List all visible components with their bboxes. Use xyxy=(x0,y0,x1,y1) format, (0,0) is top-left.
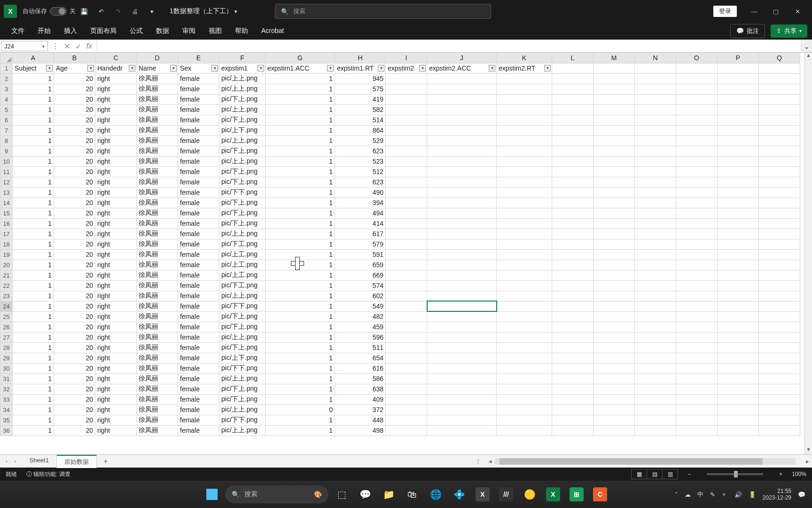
cell-G30[interactable]: 1 xyxy=(265,363,335,373)
col-head-I[interactable]: I xyxy=(386,53,427,63)
cell-G31[interactable]: 1 xyxy=(265,373,335,384)
cell-N30[interactable] xyxy=(635,363,676,373)
col-head-P[interactable]: P xyxy=(718,53,759,63)
cell-H31[interactable]: 586 xyxy=(335,373,386,384)
enter-icon[interactable]: ✓ xyxy=(74,42,82,51)
cell-Q30[interactable] xyxy=(759,363,800,373)
cell-G19[interactable]: 1 xyxy=(265,249,335,260)
cell-F3[interactable]: pic/上上.png xyxy=(219,84,265,94)
cell-N27[interactable] xyxy=(635,332,676,342)
cell-O17[interactable] xyxy=(676,229,718,239)
header-cell-P[interactable] xyxy=(718,63,759,73)
cell-F19[interactable]: pic/上工.png xyxy=(219,249,265,260)
cell-D11[interactable]: 徐凤丽 xyxy=(137,167,178,177)
row-head-17[interactable]: 17 xyxy=(0,229,13,239)
cell-Q8[interactable] xyxy=(759,135,800,146)
cell-G4[interactable]: 1 xyxy=(265,94,335,104)
vertical-scrollbar[interactable]: ▲ ▼ xyxy=(804,53,812,454)
cell-I12[interactable] xyxy=(386,177,427,187)
share-button[interactable]: ⇪ 共享 ▾ xyxy=(771,24,807,38)
cell-O21[interactable] xyxy=(676,270,718,280)
cell-Q10[interactable] xyxy=(759,156,800,167)
cell-E15[interactable]: female xyxy=(178,208,219,218)
cell-G23[interactable]: 1 xyxy=(265,291,335,301)
cell-A35[interactable]: 1 xyxy=(13,415,54,425)
cell-N14[interactable] xyxy=(635,198,676,208)
cell-Q32[interactable] xyxy=(759,384,800,394)
row-head-16[interactable]: 16 xyxy=(0,218,13,229)
cell-D29[interactable]: 徐凤丽 xyxy=(137,353,178,363)
cell-G35[interactable]: 1 xyxy=(265,415,335,425)
cell-H15[interactable]: 494 xyxy=(335,208,386,218)
cell-G25[interactable]: 1 xyxy=(265,311,335,322)
cell-B4[interactable]: 20 xyxy=(54,94,95,104)
fx-icon[interactable]: fx xyxy=(86,42,93,50)
cell-A28[interactable]: 1 xyxy=(13,342,54,353)
cell-A13[interactable]: 1 xyxy=(13,187,54,198)
cell-F11[interactable]: pic/下上.png xyxy=(219,167,265,177)
cell-L14[interactable] xyxy=(552,198,593,208)
cell-A7[interactable]: 1 xyxy=(13,125,54,135)
cell-P4[interactable] xyxy=(718,94,759,104)
edge-icon[interactable]: 🌐 xyxy=(425,484,446,505)
cell-E8[interactable]: female xyxy=(178,135,219,146)
cell-G3[interactable]: 1 xyxy=(265,84,335,94)
cell-C4[interactable]: right xyxy=(95,94,137,104)
cell-G10[interactable]: 1 xyxy=(265,156,335,167)
cell-D4[interactable]: 徐凤丽 xyxy=(137,94,178,104)
cell-E36[interactable]: female xyxy=(178,425,219,436)
cell-K5[interactable] xyxy=(497,104,552,115)
cell-I30[interactable] xyxy=(386,363,427,373)
cell-D7[interactable]: 徐凤丽 xyxy=(137,125,178,135)
cell-K11[interactable] xyxy=(497,167,552,177)
cell-Q21[interactable] xyxy=(759,270,800,280)
cell-L12[interactable] xyxy=(552,177,593,187)
cell-Q6[interactable] xyxy=(759,115,800,125)
cell-J3[interactable] xyxy=(427,84,497,94)
cell-N13[interactable] xyxy=(635,187,676,198)
row-head-27[interactable]: 27 xyxy=(0,332,13,342)
cell-B3[interactable]: 20 xyxy=(54,84,95,94)
cell-K18[interactable] xyxy=(497,239,552,249)
cell-B15[interactable]: 20 xyxy=(54,208,95,218)
cell-K27[interactable] xyxy=(497,332,552,342)
cell-O33[interactable] xyxy=(676,394,718,405)
cell-F36[interactable]: pic/上上.png xyxy=(219,425,265,436)
hscroll-left-icon[interactable]: ◂ xyxy=(486,458,495,465)
ribbon-tab-4[interactable]: 公式 xyxy=(123,24,149,38)
cell-P3[interactable] xyxy=(718,84,759,94)
cell-H3[interactable]: 575 xyxy=(335,84,386,94)
cell-P8[interactable] xyxy=(718,135,759,146)
save-icon[interactable]: 💾 xyxy=(78,5,91,18)
cell-N6[interactable] xyxy=(635,115,676,125)
sheet-tab-1[interactable]: 原始数据 xyxy=(57,455,97,468)
cell-O3[interactable] xyxy=(676,84,718,94)
cell-I34[interactable] xyxy=(386,405,427,415)
cell-Q29[interactable] xyxy=(759,353,800,363)
cell-G28[interactable]: 1 xyxy=(265,342,335,353)
cell-A25[interactable]: 1 xyxy=(13,311,54,322)
cell-L13[interactable] xyxy=(552,187,593,198)
cell-N34[interactable] xyxy=(635,405,676,415)
cell-K7[interactable] xyxy=(497,125,552,135)
cell-G27[interactable]: 1 xyxy=(265,332,335,342)
cell-P23[interactable] xyxy=(718,291,759,301)
cell-G29[interactable]: 1 xyxy=(265,353,335,363)
cell-I29[interactable] xyxy=(386,353,427,363)
cell-E2[interactable]: female xyxy=(178,73,219,84)
cell-E31[interactable]: female xyxy=(178,373,219,384)
cell-I18[interactable] xyxy=(386,239,427,249)
cell-B30[interactable]: 20 xyxy=(54,363,95,373)
cell-H16[interactable]: 414 xyxy=(335,218,386,229)
cell-G14[interactable]: 1 xyxy=(265,198,335,208)
cell-N5[interactable] xyxy=(635,104,676,115)
cell-D14[interactable]: 徐凤丽 xyxy=(137,198,178,208)
header-cell-G[interactable]: expstim1.ACC▾ xyxy=(265,63,335,73)
cell-A23[interactable]: 1 xyxy=(13,291,54,301)
cell-K2[interactable] xyxy=(497,73,552,84)
cell-E13[interactable]: female xyxy=(178,187,219,198)
cell-H14[interactable]: 394 xyxy=(335,198,386,208)
cell-K10[interactable] xyxy=(497,156,552,167)
cell-O31[interactable] xyxy=(676,373,718,384)
cell-B5[interactable]: 20 xyxy=(54,104,95,115)
